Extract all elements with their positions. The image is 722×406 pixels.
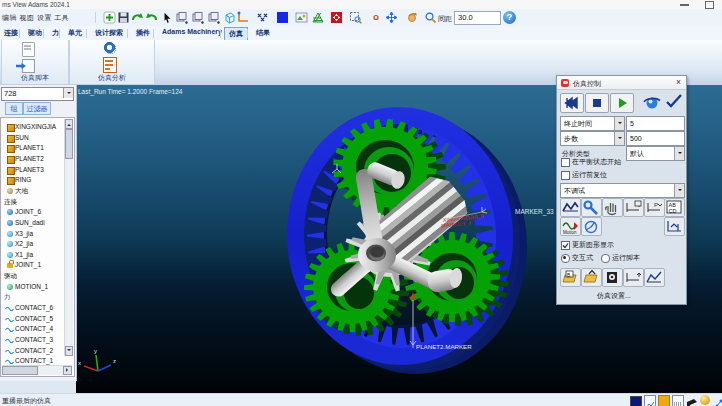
svg-text:MARKER_33: MARKER_33: [515, 208, 554, 216]
svg-text:Last_Run Time= 1.2000 Fram: Last_Run Time= 1.2000 Frame=124: [78, 88, 183, 96]
svg-text:z: z: [113, 358, 116, 364]
svg-text:P: P: [654, 202, 658, 208]
svg-text:Motion: Motion: [563, 230, 577, 235]
svg-text:PLANET2.MARKER: PLANET2.MARKER: [416, 343, 472, 350]
svg-text:y: y: [94, 348, 97, 354]
svg-text:CD: CD: [669, 208, 677, 214]
svg-text:x: x: [78, 360, 81, 366]
